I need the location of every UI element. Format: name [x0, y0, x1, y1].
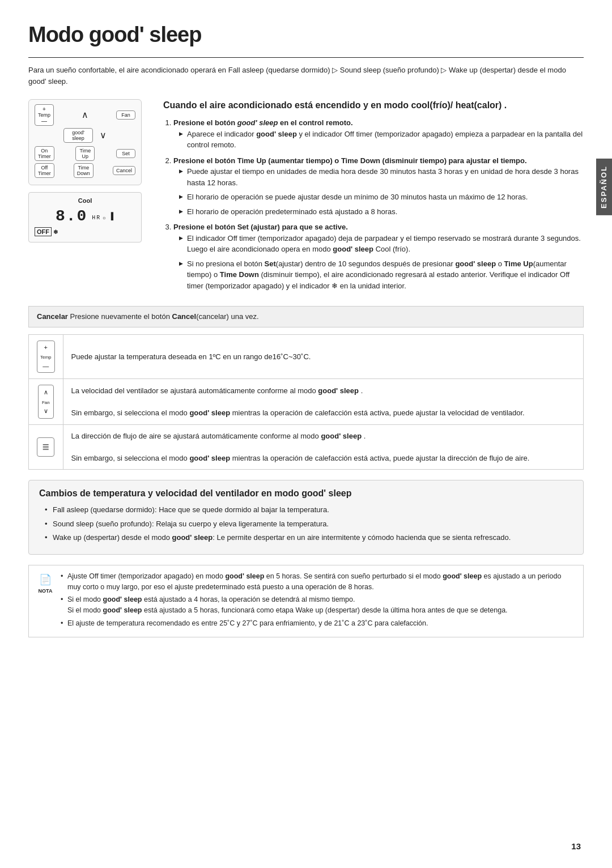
good-sleep-btn[interactable]: good'sleep — [63, 128, 93, 143]
info-table: +Temp— Puede ajustar la temperatura dese… — [28, 334, 584, 470]
fan-btn[interactable]: Fan — [116, 110, 135, 120]
list-item: Wake up (despertar) desde el modo good' … — [45, 532, 573, 543]
temp-label: Temp — [38, 112, 50, 118]
list-item: Si el modo good' sleep está ajustado a 4… — [61, 594, 575, 616]
snowflake-icon: ❄ — [53, 229, 58, 235]
list-item: Ajuste Off timer (temporizador apagado) … — [61, 571, 575, 593]
page-title: Modo good' sleep — [28, 23, 584, 47]
left-column: + Temp — ∧ Fan good'sleep ∨ OnTimer — [28, 99, 147, 296]
time-down-btn[interactable]: TimeDown — [74, 163, 94, 178]
step-1: Presione el botón good' sleep en el cont… — [173, 117, 584, 151]
temp-icon-cell: +Temp— — [29, 334, 63, 379]
step-2-bullet-2: El horario de operación se puede ajustar… — [179, 192, 584, 203]
steps: Presione el botón good' sleep en el cont… — [163, 117, 584, 291]
main-section: + Temp — ∧ Fan good'sleep ∨ OnTimer — [28, 99, 584, 296]
cancel-btn[interactable]: Cancel — [113, 166, 135, 175]
display-cool-label: Cool — [35, 197, 135, 204]
temp-icon: +Temp— — [37, 341, 55, 373]
step-2: Presione el botón Time Up (aumentar tiem… — [173, 155, 584, 218]
on-timer-btn[interactable]: OnTimer — [35, 146, 54, 161]
step-2-bold: Presione el botón Time Up (aumentar tiem… — [173, 156, 527, 165]
table-row: ∧Fan∨ La velocidad del ventilador se aju… — [29, 379, 584, 425]
step-3-bold: Presione el botón Set (ajustar) para que… — [173, 223, 348, 231]
sun-icon: ☼ — [103, 215, 107, 221]
off-timer-btn[interactable]: OffTimer — [35, 163, 54, 178]
nota-content: Ajuste Off timer (temporizador apagado) … — [61, 571, 575, 631]
section-heading: Cuando el aire acondicionado está encend… — [163, 99, 584, 112]
step-3: Presione el botón Set (ajustar) para que… — [173, 222, 584, 291]
time-up-btn[interactable]: TimeUp — [75, 146, 95, 161]
remote-diagram: + Temp — ∧ Fan good'sleep ∨ OnTimer — [28, 99, 142, 185]
temp-info-cell: Puede ajustar la temperatura deseada en … — [63, 334, 583, 379]
table-row: ≣ La dirección de flujo de aire se ajust… — [29, 424, 584, 470]
display-off-row: OFF ❄ — [35, 227, 135, 236]
flow-info-cell: La dirección de flujo de aire se ajustar… — [63, 424, 583, 470]
fan-info-cell: La velocidad del ventilador se ajustará … — [63, 379, 583, 425]
page-number: 13 — [571, 841, 581, 851]
set-btn[interactable]: Set — [116, 149, 135, 158]
flow-icon-cell: ≣ — [29, 424, 63, 470]
bottom-bullet-list: Fall asleep (quedarse dormido): Hace que… — [39, 504, 573, 543]
nota-icon: 📄 NOTA — [37, 571, 54, 631]
chevron-up-icon[interactable]: ∧ — [82, 110, 88, 120]
step-3-bullet-1: El indicador Off timer (temporizador apa… — [179, 233, 584, 255]
list-item: Fall asleep (quedarse dormido): Hace que… — [45, 504, 573, 516]
nota-box: 📄 NOTA Ajuste Off timer (temporizador ap… — [28, 565, 584, 637]
bottom-section: Cambios de temperatura y velocidad del v… — [28, 480, 584, 555]
temp-btn[interactable]: + Temp — — [35, 104, 54, 126]
step-3-bullet-2: Si no presiona el botón Set(ajustar) den… — [179, 258, 584, 292]
step-2-bullet-3: El horario de operación predeterminado e… — [179, 206, 584, 218]
flow-direction-icon: ≣ — [37, 437, 54, 457]
step-1-bold: Presione el botón good' sleep en el cont… — [173, 118, 353, 127]
table-row: +Temp— Puede ajustar la temperatura dese… — [29, 334, 584, 379]
step-1-bullet-1: Aparece el indicador good' sleep y el in… — [179, 129, 584, 151]
chevron-down-icon[interactable]: ∨ — [100, 131, 107, 140]
display-digits: 8.0 HR ☼ ▐ — [35, 207, 135, 225]
side-tab: ESPAÑOL — [596, 159, 612, 215]
fan-icon-cell: ∧Fan∨ — [29, 379, 63, 425]
signal-icon: ▐ — [109, 212, 114, 221]
fan-icon: ∧Fan∨ — [38, 385, 54, 419]
right-column: Cuando el aire acondicionado está encend… — [163, 99, 584, 296]
hr-label: HR — [92, 215, 101, 221]
nota-label: NOTA — [39, 588, 53, 595]
step-2-bullet-1: Puede ajustar el tiempo en unidades de m… — [179, 166, 584, 188]
intro-text: Para un sueño confortable, el aire acond… — [28, 65, 584, 87]
display-diagram: Cool 8.0 HR ☼ ▐ OFF ❄ — [28, 192, 142, 242]
list-item: Sound sleep (sueño profundo): Relaja su … — [45, 518, 573, 530]
bottom-heading: Cambios de temperatura y velocidad del v… — [39, 488, 573, 499]
cancel-box: Cancelar Presione nuevamente el botón Ca… — [28, 306, 584, 327]
list-item: El ajuste de temperatura recomendado es … — [61, 618, 575, 629]
